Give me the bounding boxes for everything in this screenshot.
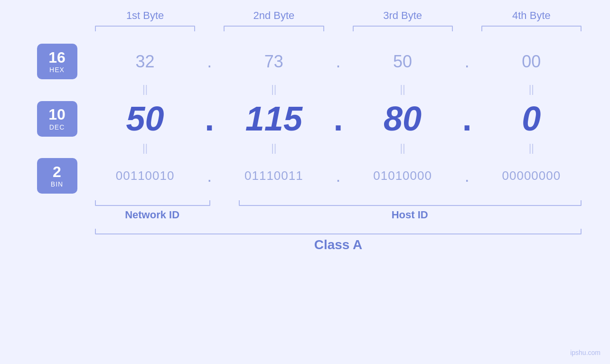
bin-dot-1: . (195, 166, 224, 186)
bin-base-name: BIN (51, 180, 63, 188)
bin-val-2: 01110011 (224, 168, 324, 183)
bin-label-container: 2 BIN (28, 158, 85, 194)
bracket-1 (95, 26, 195, 31)
class-bracket-row (28, 229, 582, 234)
class-label-row: Class A (28, 237, 582, 252)
dec-dot-2: . (324, 99, 353, 138)
dec-label-container: 10 DEC (28, 101, 85, 137)
hex-dot-1: . (195, 52, 224, 72)
dec-base-num: 10 (48, 106, 66, 123)
hex-val-4: 00 (481, 52, 582, 72)
host-bracket (239, 200, 582, 206)
bin-val-1: 00110010 (95, 168, 195, 183)
eq1-3: || (353, 84, 453, 94)
eq1-2: || (224, 84, 324, 94)
bracket-4 (481, 26, 582, 31)
dec-dot-3: . (453, 99, 481, 138)
host-id-label: Host ID (238, 209, 582, 221)
dec-values: 50 . 115 . 80 . 0 (95, 99, 582, 138)
dec-base-name: DEC (49, 123, 65, 131)
bin-dot-2: . (324, 166, 353, 186)
network-id-label: Network ID (95, 209, 209, 221)
dec-dot-1: . (195, 99, 224, 138)
bracket-3 (353, 26, 453, 31)
dec-val-4: 0 (481, 99, 582, 138)
eq2-2: || (224, 143, 324, 153)
hex-base-num: 16 (48, 49, 66, 66)
eq2-3: || (353, 143, 453, 153)
hex-label-container: 16 HEX (28, 44, 85, 79)
hex-val-3: 50 (353, 52, 453, 72)
hex-badge: 16 HEX (37, 44, 77, 79)
byte2-header: 2nd Byte (224, 9, 324, 22)
eq2-1: || (95, 143, 195, 153)
class-label: Class A (95, 237, 582, 252)
byte4-header: 4th Byte (481, 9, 582, 22)
top-brackets (28, 26, 582, 31)
byte1-header: 1st Byte (95, 9, 195, 22)
dec-badge: 10 DEC (37, 101, 77, 137)
hex-row: 16 HEX 32 . 73 . 50 . 00 (28, 44, 582, 79)
watermark: ipshu.com (570, 349, 601, 356)
bracket-2 (224, 26, 324, 31)
bin-row: 2 BIN 00110010 . 01110011 . 01010000 . 0… (28, 158, 582, 194)
bin-base-num: 2 (53, 164, 61, 180)
dec-val-1: 50 (95, 99, 195, 138)
equals-row-2: || || || || (28, 143, 582, 153)
bin-dot-3: . (453, 166, 481, 186)
hex-val-2: 73 (224, 52, 324, 72)
main-container: 1st Byte 2nd Byte 3rd Byte 4th Byte 16 H… (0, 0, 610, 364)
eq1-1: || (95, 84, 195, 94)
bin-badge: 2 BIN (37, 158, 77, 194)
dec-row: 10 DEC 50 . 115 . 80 . 0 (28, 99, 582, 138)
hex-dot-3: . (453, 52, 481, 72)
network-bracket (95, 200, 210, 206)
bottom-brackets (28, 200, 582, 206)
bin-val-4: 00000000 (481, 168, 582, 183)
dec-val-2: 115 (224, 99, 324, 138)
dec-val-3: 80 (353, 99, 453, 138)
bin-val-3: 01010000 (353, 168, 453, 183)
eq2-4: || (481, 143, 582, 153)
hex-base-name: HEX (49, 66, 65, 74)
hex-dot-2: . (324, 52, 353, 72)
equals-row-1: || || || || (28, 84, 582, 94)
class-bracket (95, 229, 582, 234)
eq1-4: || (481, 84, 582, 94)
byte3-header: 3rd Byte (353, 9, 453, 22)
hex-val-1: 32 (95, 52, 195, 72)
bin-values: 00110010 . 01110011 . 01010000 . 0000000… (95, 166, 582, 186)
byte-headers: 1st Byte 2nd Byte 3rd Byte 4th Byte (28, 9, 582, 22)
id-labels: Network ID Host ID (28, 209, 582, 221)
hex-values: 32 . 73 . 50 . 00 (95, 52, 582, 72)
